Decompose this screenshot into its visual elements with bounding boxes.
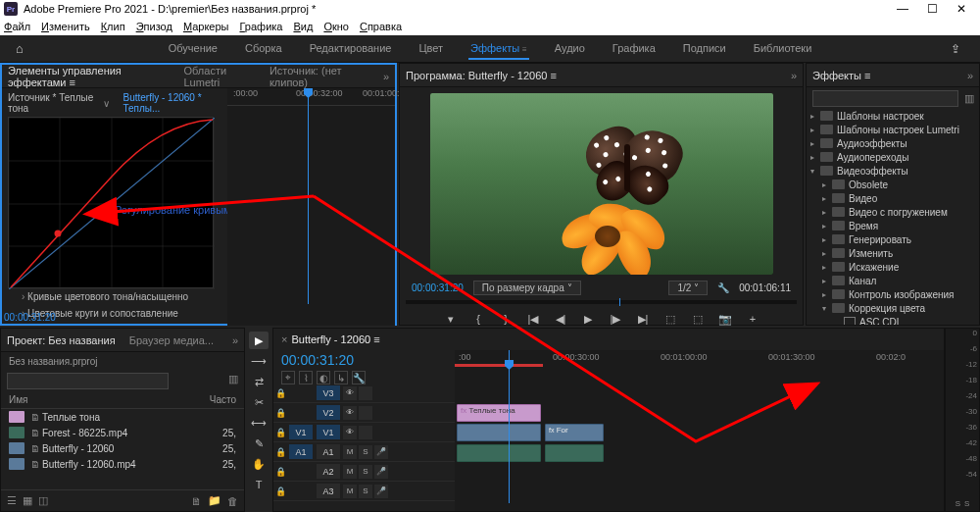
- menu-файл[interactable]: Файл: [4, 21, 30, 32]
- tab-effects[interactable]: Эффекты ≡: [812, 70, 871, 81]
- effect-asc-cdl[interactable]: ASC CDL: [807, 315, 979, 325]
- effects-search-input[interactable]: [812, 90, 958, 107]
- type-tool[interactable]: T: [249, 476, 269, 493]
- folder-коррекция-цвета[interactable]: ▾Коррекция цвета: [807, 301, 979, 315]
- folder-видеоэффекты[interactable]: ▾Видеоэффекты: [807, 164, 979, 178]
- folder-obsolete[interactable]: ▸Obsolete: [807, 178, 979, 191]
- tl-marker-toggle[interactable]: ◐: [317, 371, 330, 384]
- timeline-playhead[interactable]: [509, 350, 510, 503]
- button-editor[interactable]: +: [744, 310, 761, 328]
- clip-audio-1[interactable]: [457, 444, 541, 462]
- source-patch[interactable]: V1: [289, 425, 313, 439]
- folder-генерировать[interactable]: ▸Генерировать: [807, 232, 979, 246]
- track-target[interactable]: A2: [317, 464, 340, 479]
- menu-графика[interactable]: Графика: [240, 21, 283, 32]
- tab-project[interactable]: Проект: Без названия: [7, 334, 116, 346]
- wrench-icon[interactable]: 🔧: [717, 282, 729, 293]
- timeline-ruler[interactable]: :00 00:00:30:00 00:01:00:00 00:01:30:00 …: [455, 350, 944, 384]
- folder-видео-с-погружением[interactable]: ▸Видео с погружением: [807, 205, 979, 219]
- folder-канал[interactable]: ▸Канал: [807, 274, 979, 287]
- workspace-сборка[interactable]: Сборка: [243, 38, 284, 60]
- lock-icon[interactable]: 🔒: [273, 388, 287, 398]
- razor-tool[interactable]: ✂: [249, 393, 269, 411]
- menu-изменить[interactable]: Изменить: [41, 21, 90, 32]
- project-item[interactable]: 🗎Butterfly - 12060.mp425,: [1, 456, 244, 472]
- tl-snap-toggle[interactable]: ⌖: [281, 371, 295, 384]
- voice-icon[interactable]: 🎤: [374, 465, 388, 479]
- program-scrubber[interactable]: [406, 300, 797, 304]
- folder-аудиоэффекты[interactable]: ▸Аудиоэффекты: [807, 136, 979, 150]
- lock-icon[interactable]: 🔒: [273, 408, 287, 418]
- tl-settings-icon[interactable]: 🔧: [352, 371, 366, 384]
- project-item[interactable]: 🗎Forest - 86225.mp425,: [1, 425, 244, 440]
- mark-in-button[interactable]: {: [469, 310, 487, 328]
- workspace-графика[interactable]: Графика: [611, 38, 658, 60]
- slip-tool[interactable]: ⟷: [249, 414, 269, 432]
- step-back-button[interactable]: ◀|: [552, 310, 569, 328]
- new-bin-icon[interactable]: ▥: [964, 92, 974, 105]
- project-item[interactable]: 🗎Butterfly - 1206025,: [1, 440, 244, 456]
- ripple-edit-tool[interactable]: ⇄: [249, 373, 269, 390]
- folder-шаблоны-настроек[interactable]: ▸Шаблоны настроек: [807, 109, 979, 123]
- menu-маркеры[interactable]: Маркеры: [183, 21, 229, 32]
- folder-время[interactable]: ▸Время: [807, 219, 979, 232]
- folder-искажение[interactable]: ▸Искажение: [807, 260, 979, 274]
- menu-справка[interactable]: Справка: [360, 21, 402, 32]
- program-timecode[interactable]: 00:00:31:20: [412, 282, 464, 293]
- home-button[interactable]: ⌂: [10, 39, 29, 59]
- track-target[interactable]: A1: [317, 444, 340, 459]
- track-output-toggle[interactable]: 👁: [343, 406, 357, 420]
- track-output-toggle[interactable]: M: [343, 485, 357, 498]
- workspace-редактирование[interactable]: Редактирование: [308, 38, 394, 60]
- list-view-icon[interactable]: ☰: [7, 494, 17, 507]
- project-bin-icon[interactable]: ▥: [228, 373, 238, 385]
- pen-tool[interactable]: ✎: [249, 435, 269, 452]
- selection-tool[interactable]: ▶: [249, 332, 269, 349]
- hand-tool[interactable]: ✋: [249, 455, 269, 473]
- tab-media-browser[interactable]: Браузер медиа...: [129, 334, 214, 346]
- track-target[interactable]: A3: [317, 484, 340, 498]
- export-frame-button[interactable]: 📷: [716, 310, 734, 328]
- go-to-out-button[interactable]: ▶|: [634, 310, 652, 328]
- track-output-toggle[interactable]: 👁: [343, 426, 357, 439]
- track-mute-toggle[interactable]: S: [359, 445, 372, 459]
- ec-mini-timeline[interactable]: :00:00 00:00:32:00 00:01:00:: [227, 88, 395, 326]
- workspace-эффекты[interactable]: Эффекты≡: [468, 38, 529, 60]
- tab-program[interactable]: Программа: Butterfly - 12060 ≡: [406, 70, 557, 81]
- play-button[interactable]: ▶: [579, 310, 597, 328]
- track-mute-toggle[interactable]: [359, 406, 372, 420]
- project-col-freq[interactable]: Часто: [210, 394, 236, 405]
- ec-timecode[interactable]: 00:00:31:20: [4, 312, 56, 323]
- new-item-icon[interactable]: 🗎: [191, 495, 202, 507]
- new-bin2-icon[interactable]: 📁: [208, 494, 221, 507]
- workspace-подписи[interactable]: Подписи: [681, 38, 728, 60]
- panel-menu-icon[interactable]: »: [383, 71, 389, 82]
- zoom-dropdown[interactable]: 1/2 ˅: [668, 281, 708, 295]
- tl-insert-toggle[interactable]: ↳: [334, 371, 348, 384]
- lock-icon[interactable]: 🔒: [273, 447, 287, 457]
- mini-playhead[interactable]: [308, 88, 309, 304]
- fit-dropdown[interactable]: По размеру кадра ˅: [473, 281, 581, 295]
- lock-icon[interactable]: 🔒: [273, 467, 287, 477]
- project-item[interactable]: 🗎Теплые тона: [1, 409, 244, 425]
- tab-source[interactable]: Источник: (нет клипов): [270, 65, 369, 88]
- workspace-цвет[interactable]: Цвет: [416, 38, 445, 60]
- track-output-toggle[interactable]: 👁: [343, 386, 357, 400]
- program-viewport[interactable]: [430, 93, 773, 275]
- close-button[interactable]: ✕: [947, 2, 976, 16]
- tab-effect-controls[interactable]: Элементы управления эффектами ≡: [8, 65, 171, 88]
- share-icon[interactable]: ⇪: [951, 42, 970, 56]
- folder-видео[interactable]: ▸Видео: [807, 191, 979, 205]
- maximize-button[interactable]: ☐: [917, 2, 947, 16]
- folder-шаблоны-настроек-lumetri[interactable]: ▸Шаблоны настроек Lumetri: [807, 123, 979, 136]
- track-select-tool[interactable]: ⟶: [249, 352, 269, 370]
- clip-video-2[interactable]: fx For: [545, 424, 604, 441]
- clip-audio-2[interactable]: [545, 444, 604, 462]
- panel-menu-icon[interactable]: »: [791, 70, 797, 81]
- minimize-button[interactable]: —: [888, 2, 917, 16]
- folder-контроль-изображения[interactable]: ▸Контроль изображения: [807, 287, 979, 301]
- panel-menu-icon[interactable]: »: [232, 334, 238, 346]
- track-mute-toggle[interactable]: [359, 426, 372, 439]
- tab-sequence[interactable]: Butterfly - 12060 ≡: [291, 333, 379, 345]
- workspace-аудио[interactable]: Аудио: [553, 38, 587, 60]
